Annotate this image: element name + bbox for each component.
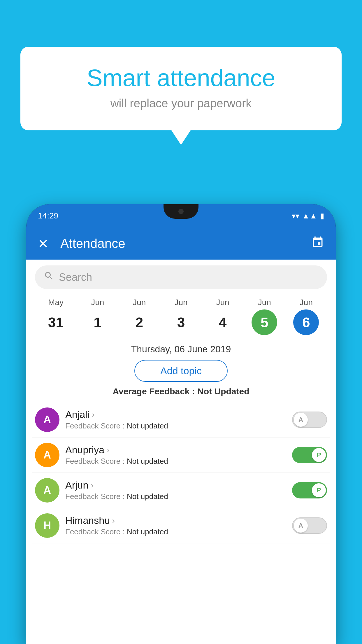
student-feedback-0: Feedback Score : Not updated (65, 421, 286, 430)
date-month-5: Jun (258, 298, 271, 307)
date-day-2[interactable]: 2 (126, 309, 152, 335)
bubble-subtitle: will replace your paperwork (44, 97, 318, 110)
student-chevron-2: › (91, 481, 93, 490)
search-bar[interactable]: Search (35, 265, 327, 289)
date-col-1[interactable]: Jun1 (85, 298, 110, 335)
student-avatar-3: H (35, 513, 59, 538)
student-avatar-2: A (35, 478, 59, 503)
student-feedback-2: Feedback Score : Not updated (65, 492, 286, 501)
app-header: ✕ Attendance (26, 228, 336, 260)
battery-icon: ▮ (320, 211, 324, 220)
student-item-2[interactable]: AArjun ›Feedback Score : Not updatedP (32, 473, 330, 508)
app-content: Search May31Jun1Jun2Jun3Jun4Jun5Jun6 Thu… (26, 260, 336, 644)
phone-frame: 14:29 ▾▾ ▲▲ ▮ ✕ Attendance Search (26, 204, 336, 644)
close-button[interactable]: ✕ (38, 236, 49, 251)
student-name-1: Anupriya › (65, 444, 286, 456)
date-col-2[interactable]: Jun2 (126, 298, 152, 335)
toggle-container-0[interactable]: A (292, 412, 327, 428)
avg-feedback-value: Not Updated (197, 386, 249, 396)
feedback-value-3: Not updated (127, 527, 168, 536)
student-info-1: Anupriya ›Feedback Score : Not updated (65, 444, 286, 466)
add-topic-button[interactable]: Add topic (134, 360, 228, 382)
student-info-0: Anjali ›Feedback Score : Not updated (65, 409, 286, 430)
date-month-6: Jun (300, 298, 313, 307)
feedback-value-2: Not updated (127, 492, 168, 501)
date-month-3: Jun (174, 298, 187, 307)
attendance-toggle-0[interactable]: A (292, 412, 327, 428)
search-input-placeholder[interactable]: Search (59, 271, 92, 284)
date-month-0: May (48, 298, 64, 307)
student-name-0: Anjali › (65, 409, 286, 420)
speech-bubble-container: Smart attendance will replace your paper… (20, 47, 342, 130)
student-avatar-0: A (35, 407, 59, 432)
camera (178, 209, 184, 214)
date-day-5[interactable]: 5 (252, 309, 277, 335)
selected-date: Thursday, 06 June 2019 (26, 341, 336, 360)
date-day-0[interactable]: 31 (43, 309, 69, 335)
student-item-0[interactable]: AAnjali ›Feedback Score : Not updatedA (32, 402, 330, 438)
toggle-knob-3: A (294, 519, 308, 533)
student-name-3: Himanshu › (65, 515, 286, 526)
wifi-icon: ▾▾ (292, 211, 299, 220)
bubble-title: Smart attendance (44, 64, 318, 92)
signal-icon: ▲▲ (302, 211, 317, 220)
date-day-4[interactable]: 4 (210, 309, 236, 335)
date-month-1: Jun (91, 298, 104, 307)
date-day-1[interactable]: 1 (85, 309, 110, 335)
student-chevron-0: › (92, 410, 94, 419)
student-name-2: Arjun › (65, 480, 286, 491)
attendance-toggle-1[interactable]: P (292, 447, 327, 463)
student-info-2: Arjun ›Feedback Score : Not updated (65, 480, 286, 501)
search-icon (44, 271, 54, 284)
date-col-4[interactable]: Jun4 (210, 298, 236, 335)
attendance-toggle-2[interactable]: P (292, 482, 327, 498)
toggle-container-3[interactable]: A (292, 517, 327, 534)
student-info-3: Himanshu ›Feedback Score : Not updated (65, 515, 286, 536)
student-feedback-3: Feedback Score : Not updated (65, 527, 286, 536)
student-list: AAnjali ›Feedback Score : Not updatedAAA… (26, 402, 336, 543)
status-bar: 14:29 ▾▾ ▲▲ ▮ (26, 204, 336, 228)
date-col-0[interactable]: May31 (43, 298, 69, 335)
student-chevron-1: › (107, 445, 109, 455)
student-item-3[interactable]: HHimanshu ›Feedback Score : Not updatedA (32, 508, 330, 543)
date-col-3[interactable]: Jun3 (168, 298, 194, 335)
header-title: Attendance (60, 236, 300, 251)
calendar-icon[interactable] (311, 236, 324, 251)
toggle-knob-0: A (294, 413, 308, 427)
toggle-container-2[interactable]: P (292, 482, 327, 498)
status-icons: ▾▾ ▲▲ ▮ (292, 211, 324, 220)
student-chevron-3: › (112, 516, 115, 525)
feedback-value-0: Not updated (127, 421, 168, 430)
student-item-1[interactable]: AAnupriya ›Feedback Score : Not updatedP (32, 438, 330, 473)
date-day-3[interactable]: 3 (168, 309, 194, 335)
date-month-2: Jun (133, 298, 146, 307)
feedback-value-1: Not updated (127, 457, 168, 466)
notch (164, 204, 198, 219)
status-time: 14:29 (38, 211, 58, 220)
date-day-6[interactable]: 6 (293, 309, 319, 335)
student-feedback-1: Feedback Score : Not updated (65, 457, 286, 466)
date-selector: May31Jun1Jun2Jun3Jun4Jun5Jun6 (26, 295, 336, 341)
date-col-6[interactable]: Jun6 (293, 298, 319, 335)
average-feedback: Average Feedback : Not Updated (26, 386, 336, 396)
student-avatar-1: A (35, 443, 59, 467)
date-month-4: Jun (216, 298, 229, 307)
avg-feedback-label: Average Feedback : (113, 386, 197, 396)
attendance-toggle-3[interactable]: A (292, 517, 327, 534)
toggle-container-1[interactable]: P (292, 447, 327, 463)
date-col-5[interactable]: Jun5 (252, 298, 277, 335)
toggle-knob-2: P (312, 483, 326, 497)
speech-bubble: Smart attendance will replace your paper… (20, 47, 342, 130)
toggle-knob-1: P (312, 448, 326, 462)
